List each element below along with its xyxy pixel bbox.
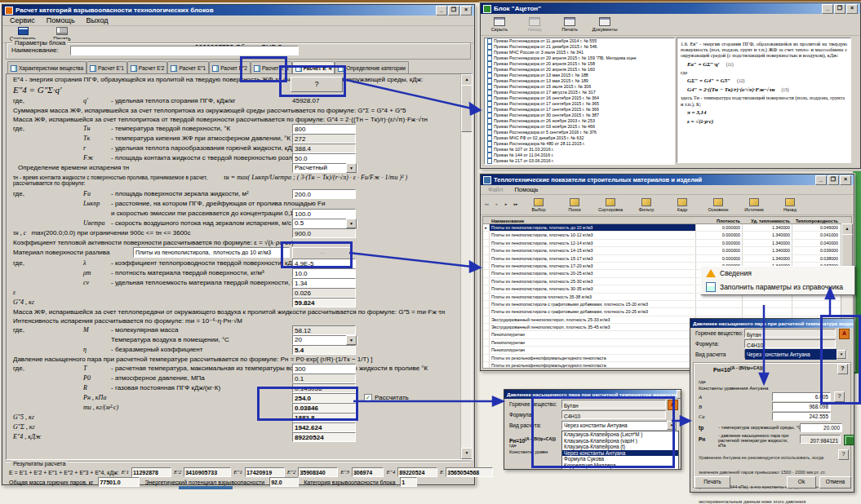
ref-minimize-button[interactable]: _ (815, 175, 827, 185)
dropdown-option[interactable]: Формула Сукова (562, 456, 678, 462)
dialog-ok-button[interactable]: Ok (787, 476, 816, 489)
tree-item[interactable]: Приказ № 144 от 11.04.2016 г. (485, 153, 674, 158)
tree-item[interactable]: Приказ Ростехнадзора от 15 июля 2015 г. … (485, 84, 674, 90)
documents-button[interactable]: Документы (588, 15, 621, 33)
table-row[interactable]: Плиты из пенополистирола, плотность 14-1… (483, 247, 841, 254)
tree-item[interactable]: Приказ Ростехнадзора от 30 сентября 2015… (485, 113, 674, 118)
ref-toolbar-0[interactable]: Выбор (521, 198, 556, 212)
ref-toolbar-3[interactable]: Фильтр (629, 198, 664, 212)
tab-0[interactable]: Характеристики вещества (7, 61, 87, 73)
block-name-input[interactable] (70, 46, 299, 55)
menu-help[interactable]: Помощь (41, 16, 81, 24)
tab-1[interactable]: Расчет E′1 (87, 61, 127, 73)
tab-6[interactable]: Расчет E″4 (292, 61, 335, 73)
ref-toolbar-1[interactable]: Поиск (557, 198, 592, 212)
dropdown-option[interactable]: Клаузиуса-Клапейрона (Lисп*М ) (562, 431, 678, 438)
scroll-up-icon[interactable]: ▲ (461, 74, 473, 86)
maximize-button[interactable]: ❐ (448, 6, 459, 15)
calc-type-dropdown[interactable]: Клаузиуса-Клапейрона (Lисп*М )Клаузиуса-… (561, 431, 679, 470)
reference-titlebar[interactable]: Теплотехнические показатели строительных… (481, 175, 854, 185)
tree-item[interactable]: Приказ Ростехнадзора от 11 декабря 2014 … (485, 38, 674, 44)
value-field[interactable] (292, 364, 356, 374)
tree-item[interactable]: Приказ Ростехнадзора от 17 августа 2015 … (485, 90, 674, 95)
tree-item[interactable]: Приказ Ростехнадзора от 20 апреля 2015 г… (485, 67, 674, 73)
hide-button[interactable]: Скрыть (483, 15, 516, 33)
table-row[interactable]: Плиты из пенополистирола, плотность 12-1… (483, 240, 841, 247)
ref-toolbar-5[interactable]: Основное (701, 198, 735, 212)
value-select[interactable]: 20▼ (292, 335, 357, 345)
const-c-input[interactable] (772, 412, 831, 421)
tree-item[interactable]: Приказ Ростехнадзора от 03 ноября 2015 г… (485, 124, 674, 130)
formula-info-button[interactable]: ? (837, 364, 848, 374)
table-row[interactable]: Плиты из пенополистирола, плотность 15-1… (483, 255, 841, 263)
tree-item[interactable]: Приказ МЧС России от 3 июля 2015 г. № 34… (485, 50, 674, 55)
tree-item[interactable]: Приказ МЧС РФ от 02 декабря 2015 г. № 63… (485, 135, 674, 141)
tree-item[interactable]: Приказ Ростехнадзора от 16 сентября 2015… (485, 95, 674, 101)
close-button[interactable]: × (460, 6, 472, 15)
pn-copy-button[interactable] (844, 435, 854, 445)
tree-item[interactable]: Приказ Ростехнадзора от 13 мая 2015 г. №… (485, 73, 674, 78)
documents-tree[interactable]: Приказ Ростехнадзора от 11 декабря 2014 … (484, 38, 675, 165)
table-row[interactable]: Плиты из пенополистирола, плотность 10-1… (483, 232, 841, 239)
formula-help-button[interactable]: ? (291, 77, 343, 92)
tree-item[interactable]: Приказ Ростехнадзора от 26 ноября 2003 г… (485, 118, 674, 124)
dropdown-option[interactable]: Клаузиуса-Клапейрона (t) (562, 444, 678, 450)
value-field[interactable] (292, 189, 356, 199)
ref-toolbar-4[interactable]: Кадр (665, 198, 699, 212)
tree-item[interactable]: Приказ Ростехнадзора № 480 от 28.11.2015… (485, 141, 674, 147)
form-scrollbar[interactable]: ▲ ▼ (460, 74, 472, 459)
small-dialog-close-icon[interactable]: × (677, 390, 681, 399)
help-print-button[interactable]: Печать (553, 15, 586, 33)
tab-2[interactable]: Расчет E′2 (127, 61, 168, 73)
const-b-input[interactable] (772, 402, 831, 411)
tab-3[interactable]: Расчет E″1 (167, 61, 209, 73)
material-picker-button[interactable]: ··· (292, 247, 353, 259)
dropdown-option[interactable]: Корреляция Миллера (562, 462, 678, 469)
help-titlebar[interactable]: Блок "Ацетон" _ ❐ × (481, 3, 860, 14)
first-record-icon[interactable]: ◂◂ (482, 201, 490, 209)
help-close-button[interactable]: × (846, 4, 858, 14)
table-scroll-up-icon[interactable]: ▲ (841, 223, 853, 235)
combo-arrow-icon[interactable]: ▼ (667, 421, 677, 430)
dialog-cancel-button[interactable]: Отмена (819, 476, 851, 489)
ref-toolbar-2[interactable]: Сортировка (593, 198, 628, 212)
tree-item[interactable]: Приказ № 107 от 31.03.2016 г. (485, 147, 674, 153)
ref-toolbar-7[interactable]: Назад (773, 198, 807, 212)
table-scroll-thumb[interactable] (841, 234, 853, 268)
value-field[interactable] (292, 278, 356, 288)
tree-item[interactable]: Приказ Ростехнадзора от 21 декабря 2015 … (485, 44, 674, 50)
note-info-button[interactable]: ? (838, 449, 849, 460)
help-minimize-button[interactable]: _ (822, 4, 833, 14)
context-menu-item-info[interactable]: Сведения (701, 267, 854, 280)
dropdown-option[interactable]: Клаузиуса-Клапейрона (vapH ) (562, 438, 678, 444)
tree-item[interactable]: Приказ Ростехнадзора от 17 сентября 2015… (485, 101, 674, 107)
next-record-icon[interactable]: ▸ (502, 201, 510, 209)
value-field[interactable] (292, 259, 356, 268)
context-menu-item-fill-params[interactable]: Заполнить параметры из справочника (701, 280, 854, 294)
table-row[interactable]: ▸Плиты из пенополистирола, плотность до … (483, 224, 841, 232)
ref-maximize-button[interactable]: ❐ (828, 175, 839, 185)
table-row[interactable]: Плиты из пенополистирола с графитовыми д… (483, 301, 841, 308)
tree-item[interactable]: Приказ Ростехнадзора от 20 апреля 2015 г… (485, 61, 674, 67)
lg-combo-arrow-icon[interactable]: ▼ (837, 350, 846, 359)
tree-item[interactable]: Приказ № 217 от 03.06.2016 г. (485, 158, 674, 164)
h-scroll-thumb[interactable] (179, 486, 233, 489)
dropdown-option[interactable]: Через константы Антуана (562, 450, 678, 457)
last-record-icon[interactable]: ▸▸ (512, 201, 520, 209)
prev-record-icon[interactable]: ◂ (492, 201, 500, 209)
value-field[interactable] (292, 209, 356, 219)
dialog-print-button[interactable]: Печать (695, 476, 730, 489)
tree-item[interactable]: Приказ Ростехнадзора от 13 мая 2015 г. №… (485, 78, 674, 84)
calc-checkbox[interactable]: ✓Рассчитать (364, 393, 409, 403)
ref-toolbar-6[interactable]: Источник (737, 198, 771, 212)
ambient-temp-input[interactable] (800, 423, 842, 432)
calc-type-combobox[interactable]: Через константы Антуана ▼ (561, 421, 677, 430)
scroll-down-icon[interactable]: ▼ (461, 448, 473, 459)
tree-item[interactable]: Приказ Ростехнадзора от 20 апреля 2015 г… (485, 55, 674, 61)
value-field[interactable] (292, 268, 356, 278)
value-select[interactable]: 0.5▼ (292, 219, 357, 228)
scroll-thumb[interactable] (461, 85, 473, 132)
table-row[interactable]: Плиты из пенополистирола с графитовыми д… (483, 308, 841, 316)
ref-close-button[interactable]: × (840, 175, 851, 185)
const-a-input[interactable] (772, 392, 831, 401)
